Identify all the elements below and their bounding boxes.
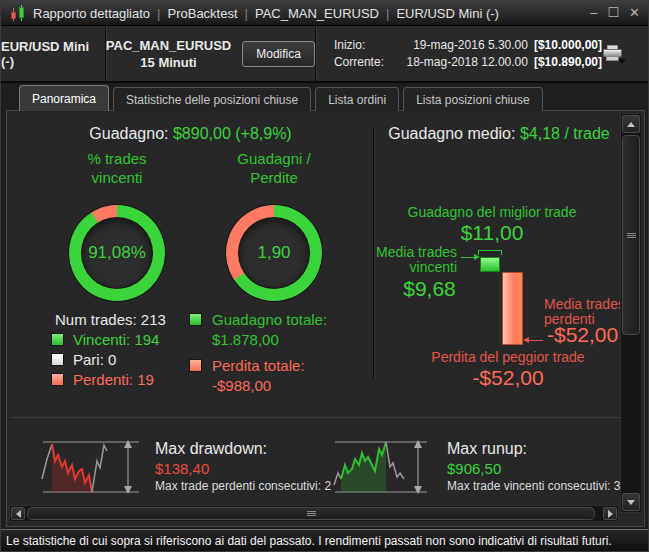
horizontal-scrollbar-thumb[interactable] — [27, 507, 595, 520]
winners-swatch — [51, 333, 64, 346]
drawdown-label: Max drawdown: — [155, 440, 267, 458]
best-trade-value: $11,00 — [387, 221, 597, 245]
total-gain-swatch — [189, 313, 202, 326]
strategy-block: PAC_MAN_EURUSD 15 Minuti — [106, 37, 231, 71]
total-loss-label: Perdita totale: — [212, 357, 305, 374]
maximize-button[interactable]: ☐ — [607, 4, 619, 22]
winning-trades-title: % trades vincenti — [47, 149, 187, 187]
vertical-scrollbar-thumb[interactable] — [622, 135, 640, 335]
runup-label: Max runup: — [447, 440, 527, 458]
total-gain-label: Guadagno totale: — [212, 311, 327, 328]
average-gain-value: $4,18 / trade — [520, 125, 610, 142]
winning-trades-percentage: 91,08% — [88, 243, 146, 263]
gain-loss-ratio-donut: 1,90 — [226, 205, 322, 301]
scroll-up-button[interactable] — [622, 115, 640, 133]
triangle-right-icon — [608, 510, 613, 518]
title-part-strategy: PAC_MAN_EURUSD — [255, 6, 379, 21]
start-capital: [$10.000,00] — [534, 38, 602, 52]
gain-loss-title-line2: Perdite — [204, 168, 344, 187]
instrument-cell: EUR/USD Mini (-) — [1, 26, 106, 81]
worst-trade-value: -$52,00 — [397, 366, 619, 390]
scroll-left-button[interactable] — [11, 507, 25, 520]
triangle-up-icon — [627, 122, 635, 127]
scroll-right-button[interactable] — [603, 507, 617, 520]
triangle-down-icon — [627, 500, 635, 505]
gain-value: $890,00 (+8,9%) — [173, 125, 292, 142]
average-gain-label: Guadagno medio: — [388, 125, 515, 142]
winning-trades-donut: 91,08% — [69, 205, 165, 301]
winners-count: Vincenti: 194 — [73, 331, 159, 348]
bottom-divider — [10, 417, 620, 418]
start-label: Inizio: — [334, 38, 392, 52]
avg-winning-label-line2: vincenti — [410, 259, 457, 275]
drawdown-value: $138,40 — [155, 460, 209, 477]
candlestick-icon — [9, 4, 27, 22]
gain-loss-ratio-value: 1,90 — [257, 243, 290, 263]
current-label: Corrente: — [334, 55, 392, 69]
worst-trade-label: Perdita del peggior trade — [397, 350, 619, 365]
gain-headline: Guadagno: $890,00 (+8,9%) — [7, 125, 374, 143]
printer-icon[interactable] — [602, 45, 624, 63]
total-loss-swatch — [189, 359, 202, 372]
strategy-cell: PAC_MAN_EURUSD 15 Minuti Modifica — [106, 26, 316, 81]
avg-winning-arrow — [461, 257, 474, 258]
title-separator: | — [386, 6, 389, 21]
total-gain-value: $1.878,00 — [212, 331, 279, 348]
overview-panel: Guadagno: $890,00 (+8,9%) % trades vince… — [6, 110, 645, 527]
winning-trades-donut-hole: 91,08% — [82, 218, 152, 288]
strategy-timeframe: 15 Minuti — [106, 54, 231, 71]
status-bar: Le statistiche di cui sopra si riferisco… — [1, 529, 648, 552]
best-trade-label: Guadagno del miglior trade — [387, 205, 597, 220]
avg-losing-label-line1: Media trades — [544, 296, 625, 312]
start-date: 19-mag-2016 5.30.00 — [392, 38, 534, 52]
losers-count: Perdenti: 19 — [73, 371, 154, 388]
average-gain-headline: Guadagno medio: $4,18 / trade — [379, 125, 619, 143]
minimize-button[interactable]: – — [590, 4, 597, 22]
tab-bar: Panoramica Statistiche delle posizioni c… — [19, 85, 543, 111]
runup-value: $906,50 — [447, 460, 501, 477]
gain-loss-ratio-title: Guadagni / Perdite — [204, 149, 344, 187]
avg-losing-bar — [502, 272, 523, 345]
current-capital: [$10.890,00] — [534, 55, 602, 69]
horizontal-scrollbar[interactable] — [9, 505, 619, 522]
tab-lista-posizioni[interactable]: Lista posizioni chiuse — [403, 87, 542, 111]
dates-grid: Inizio: 19-mag-2016 5.30.00 [$10.000,00]… — [334, 38, 602, 69]
report-window: Rapporto dettagliato | ProBacktest | PAC… — [0, 0, 649, 552]
runup-sparkline — [332, 435, 430, 499]
losers-swatch — [51, 373, 64, 386]
gain-loss-title-line1: Guadagni / — [204, 149, 344, 168]
avg-winning-bar — [480, 257, 500, 272]
winning-trades-title-line1: % trades — [47, 149, 187, 168]
tab-panoramica[interactable]: Panoramica — [19, 85, 109, 111]
title-part-report: Rapporto dettagliato — [33, 6, 150, 21]
even-swatch — [51, 353, 64, 366]
triangle-left-icon — [16, 510, 21, 518]
gain-label: Guadagno: — [89, 125, 168, 142]
tab-lista-ordini[interactable]: Lista ordini — [315, 87, 399, 111]
avg-winning-label: Media trades vincenti — [375, 245, 457, 275]
close-button[interactable]: ✕ — [629, 4, 640, 22]
title-part-probacktest: ProBacktest — [167, 6, 237, 21]
report-header: EUR/USD Mini (-) PAC_MAN_EURUSD 15 Minut… — [1, 26, 648, 83]
modify-button[interactable]: Modifica — [242, 41, 315, 67]
disclaimer-text: Le statistiche di cui sopra si riferisco… — [6, 534, 612, 548]
scroll-down-button[interactable] — [622, 493, 640, 511]
runup-consecutive: Max trade vincenti consecutivi: 32 — [447, 479, 627, 493]
window-controls: – ☐ ✕ — [590, 4, 640, 22]
tab-statistiche[interactable]: Statistiche delle posizioni chiuse — [113, 87, 311, 111]
title-separator: | — [245, 6, 248, 21]
dates-cell: Inizio: 19-mag-2016 5.30.00 [$10.000,00]… — [316, 26, 648, 81]
avg-losing-value: -$52,00 — [547, 323, 618, 347]
title-bar: Rapporto dettagliato | ProBacktest | PAC… — [1, 1, 648, 26]
drawdown-sparkline — [40, 435, 142, 499]
drawdown-consecutive: Max trade perdenti consecutivi: 2 — [155, 479, 331, 493]
title-separator: | — [157, 6, 160, 21]
avg-winning-value: $9,68 — [392, 277, 467, 301]
best-trade-bracket — [478, 250, 502, 255]
grip-icon — [307, 511, 316, 516]
grip-icon — [627, 233, 636, 238]
avg-losing-arrow — [529, 340, 543, 341]
avg-winning-label-line1: Media trades — [376, 244, 457, 260]
num-trades: Num trades: 213 — [55, 311, 166, 328]
vertical-scrollbar[interactable] — [620, 113, 642, 513]
